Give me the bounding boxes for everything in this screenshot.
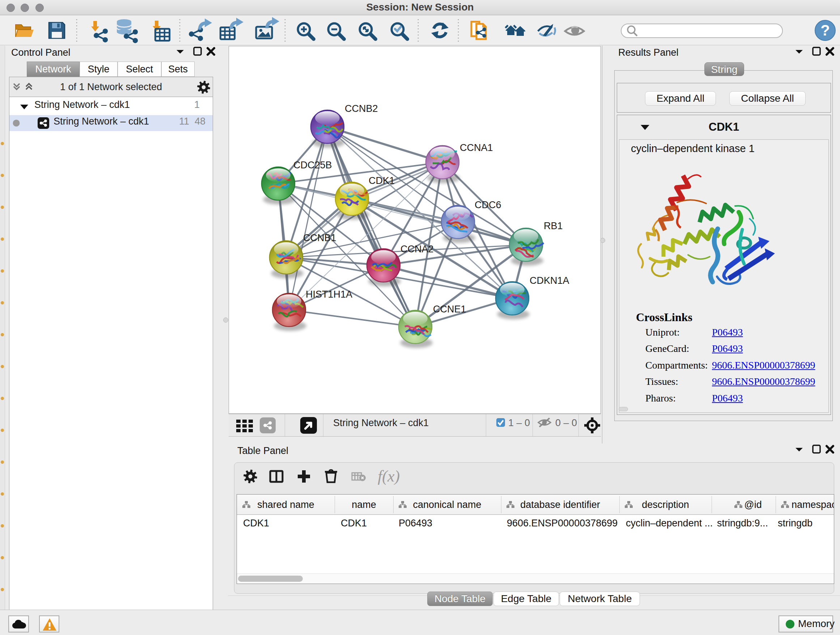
svg-text:?: ? bbox=[821, 22, 830, 39]
svg-text:CCNB1: CCNB1 bbox=[303, 233, 336, 243]
svg-text:CCNE1: CCNE1 bbox=[433, 304, 466, 315]
svg-text:CDC25B: CDC25B bbox=[294, 160, 332, 171]
svg-text:RB1: RB1 bbox=[544, 220, 563, 231]
svg-text:CDKN1A: CDKN1A bbox=[530, 275, 569, 286]
svg-text:CDK1: CDK1 bbox=[369, 175, 395, 186]
svg-text:CCNB2: CCNB2 bbox=[345, 103, 378, 114]
svg-text:f(x): f(x) bbox=[378, 467, 400, 485]
svg-text:CCNA2: CCNA2 bbox=[401, 244, 434, 255]
svg-text:HIST1H1A: HIST1H1A bbox=[306, 289, 352, 300]
svg-text:CCNA1: CCNA1 bbox=[460, 142, 493, 153]
svg-text:CDC6: CDC6 bbox=[475, 200, 501, 211]
